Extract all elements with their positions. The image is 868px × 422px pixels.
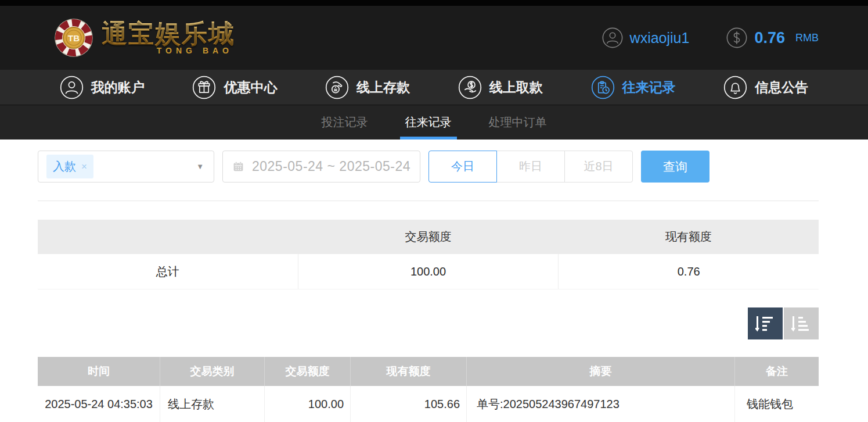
header-remark: 备注 <box>734 357 819 386</box>
svg-text:TB: TB <box>68 33 80 43</box>
header-summary: 摘要 <box>466 357 734 386</box>
cell-balance: 105.66 <box>350 386 466 422</box>
user-avatar-icon <box>602 27 623 48</box>
site-header: TB 通宝娱乐城 TONG BAO wxiaojiu1 0.76 RMB <box>0 6 868 70</box>
nav-label: 我的账户 <box>91 78 145 96</box>
sort-controls <box>38 307 819 339</box>
header-balance: 现有额度 <box>350 357 466 386</box>
header-type: 交易类别 <box>160 357 264 386</box>
records-table: 时间 交易类别 交易额度 现有额度 摘要 备注 2025-05-24 04:35… <box>38 357 819 422</box>
nav-label: 优惠中心 <box>224 78 277 96</box>
balance-display[interactable]: 0.76 RMB <box>726 27 819 48</box>
tab-label: 投注记录 <box>322 115 368 130</box>
cell-amount: 100.00 <box>264 386 350 422</box>
sort-ascending-icon <box>791 314 811 333</box>
cell-time: 2025-05-24 04:35:03 <box>38 386 160 422</box>
summary-transaction-amount: 100.00 <box>298 254 559 289</box>
user-icon <box>60 76 84 99</box>
yesterday-button[interactable]: 昨日 <box>496 151 565 183</box>
selected-type-tag: 入款 × <box>46 155 93 178</box>
records-icon <box>591 76 615 99</box>
summary-table: 交易额度 现有额度 总计 100.00 0.76 <box>38 220 819 289</box>
filter-row: 入款 × ▼ 2025-05-24 ~ 2025-05-24 今日 昨日 近8日 <box>38 151 819 183</box>
header-time: 时间 <box>38 357 160 386</box>
summary-header-transaction-amount: 交易额度 <box>298 220 558 254</box>
tab-label: 往来记录 <box>405 115 452 130</box>
nav-label: 信息公告 <box>755 78 808 96</box>
transaction-type-select[interactable]: 入款 × ▼ <box>38 151 214 183</box>
header-amount: 交易额度 <box>264 357 350 386</box>
deposit-icon <box>325 76 349 99</box>
site-subtitle: TONG BAO <box>102 46 235 55</box>
table-row: 2025-05-24 04:35:03 线上存款 100.00 105.66 单… <box>38 386 819 422</box>
query-button[interactable]: 查询 <box>641 151 709 183</box>
section-divider <box>38 201 819 201</box>
dollar-icon <box>726 27 747 48</box>
cell-remark: 钱能钱包 <box>734 386 819 422</box>
chevron-down-icon: ▼ <box>196 162 204 171</box>
summary-total-row: 总计 100.00 0.76 <box>38 254 819 289</box>
summary-current-amount: 0.76 <box>558 254 819 289</box>
tab-label: 处理中订单 <box>489 115 547 130</box>
user-profile[interactable]: wxiaojiu1 <box>602 27 690 48</box>
summary-header-current-amount: 现有额度 <box>559 220 819 254</box>
bell-icon <box>723 76 747 99</box>
cell-summary: 单号:202505243967497123 <box>466 386 734 422</box>
date-range-value: 2025-05-24 ~ 2025-05-24 <box>252 159 410 174</box>
summary-table-header: 交易额度 现有额度 <box>38 220 819 254</box>
quick-date-button-group: 今日 昨日 近8日 <box>428 151 633 183</box>
cell-type: 线上存款 <box>160 386 264 422</box>
nav-label: 线上取款 <box>489 78 543 96</box>
username[interactable]: wxiaojiu1 <box>630 30 690 47</box>
date-range-input[interactable]: 2025-05-24 ~ 2025-05-24 <box>222 151 420 183</box>
withdraw-icon <box>458 76 482 99</box>
tab-transaction-records[interactable]: 往来记录 <box>400 105 457 140</box>
summary-header-empty <box>38 220 298 254</box>
calendar-icon <box>232 160 244 173</box>
user-area: wxiaojiu1 0.76 RMB <box>602 27 819 48</box>
main-content: 入款 × ▼ 2025-05-24 ~ 2025-05-24 今日 昨日 近8日 <box>0 140 868 422</box>
balance-currency: RMB <box>795 32 819 44</box>
nav-item-deposit[interactable]: 线上存款 <box>325 76 410 99</box>
site-title: 通宝娱乐城 <box>102 20 235 47</box>
balance-amount: 0.76 <box>754 29 785 47</box>
records-table-header: 时间 交易类别 交易额度 现有额度 摘要 备注 <box>38 357 819 386</box>
nav-label: 线上存款 <box>356 78 410 96</box>
nav-item-transaction-records[interactable]: 往来记录 <box>591 76 676 99</box>
nav-item-announcements[interactable]: 信息公告 <box>723 76 808 99</box>
casino-chip-icon: TB <box>54 18 93 58</box>
nav-label: 往来记录 <box>622 78 676 96</box>
tab-processing-orders[interactable]: 处理中订单 <box>484 105 552 140</box>
top-strip <box>0 0 868 6</box>
sort-descending-icon <box>755 314 775 333</box>
sort-descending-button[interactable] <box>748 307 783 339</box>
nav-item-promotions[interactable]: 优惠中心 <box>192 76 277 99</box>
sort-ascending-button[interactable] <box>784 307 819 339</box>
today-button[interactable]: 今日 <box>428 151 497 183</box>
sub-nav: 投注记录 往来记录 处理中订单 <box>0 105 868 140</box>
site-logo[interactable]: TB 通宝娱乐城 TONG BAO <box>54 18 235 58</box>
summary-total-label: 总计 <box>38 254 298 289</box>
nav-item-my-account[interactable]: 我的账户 <box>60 76 145 99</box>
gift-icon <box>192 76 216 99</box>
tag-label: 入款 <box>53 159 76 174</box>
remove-tag-icon[interactable]: × <box>81 161 87 173</box>
main-nav: 我的账户 优惠中心 线上存款 线上取款 <box>0 70 868 105</box>
last-8-days-button[interactable]: 近8日 <box>564 151 633 183</box>
nav-item-withdraw[interactable]: 线上取款 <box>458 76 543 99</box>
tab-betting-records[interactable]: 投注记录 <box>316 105 373 140</box>
